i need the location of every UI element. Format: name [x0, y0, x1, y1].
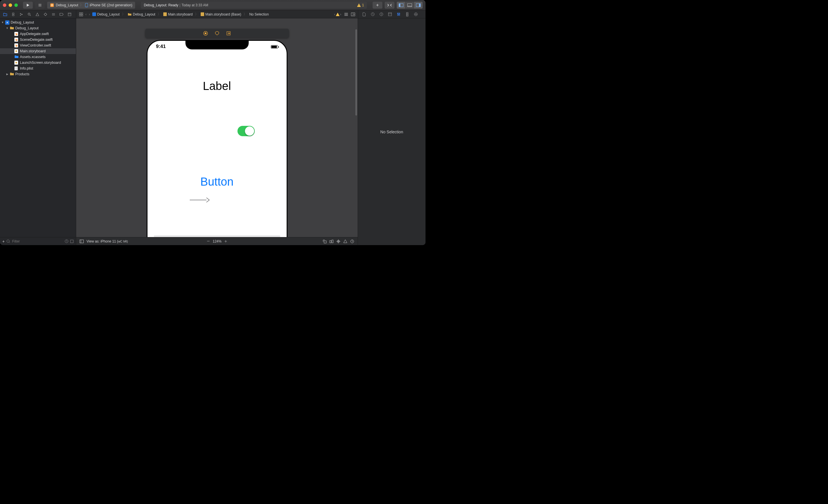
- update-frames-icon[interactable]: [350, 239, 354, 243]
- size-inspector-icon[interactable]: [404, 11, 411, 18]
- project-navigator-icon[interactable]: [2, 11, 9, 18]
- toggle-debug-button[interactable]: [405, 2, 414, 9]
- warning-count[interactable]: 1: [357, 3, 364, 7]
- disclosure-icon[interactable]: ▼: [1, 21, 4, 24]
- recent-icon[interactable]: [65, 239, 69, 243]
- disclosure-icon[interactable]: ▼: [6, 27, 9, 30]
- document-outline-toggle[interactable]: [80, 240, 84, 243]
- project-tree[interactable]: ▼ADebug_Layout▼Debug_LayoutAppDelegate.s…: [0, 18, 76, 237]
- back-button[interactable]: ‹: [85, 12, 87, 16]
- status-project: Debug_Layout:: [144, 3, 167, 7]
- tree-label: Main.storyboard: [20, 49, 46, 53]
- toggle-inspector-button[interactable]: [414, 2, 423, 9]
- titlebar-right: +: [373, 2, 423, 9]
- close-window-button[interactable]: [3, 3, 6, 7]
- issues-jump[interactable]: ‹ ›: [334, 12, 341, 16]
- initial-view-controller-arrow[interactable]: [190, 196, 210, 203]
- zoom-in-button[interactable]: +: [224, 239, 227, 244]
- device-preview[interactable]: 9:41 Label Button: [147, 40, 288, 237]
- test-navigator-icon[interactable]: [42, 11, 49, 18]
- embed-in-icon[interactable]: [323, 239, 327, 243]
- canvas[interactable]: 9:41 Label Button: [76, 18, 358, 237]
- filter-input[interactable]: [12, 239, 63, 243]
- tree-label: Debug_Layout: [11, 20, 34, 25]
- history-inspector-icon[interactable]: [369, 11, 376, 18]
- zoom-window-button[interactable]: [14, 3, 18, 7]
- chevron-right-icon: 〉: [80, 3, 83, 7]
- svg-point-17: [28, 13, 30, 15]
- svg-rect-76: [332, 240, 333, 243]
- breadcrumb-project[interactable]: Debug_Layout: [92, 12, 120, 16]
- symbol-navigator-icon[interactable]: [18, 11, 25, 18]
- stop-button[interactable]: [35, 2, 45, 9]
- vertical-scrollbar[interactable]: [355, 29, 357, 116]
- filter-scope-icon[interactable]: [6, 239, 10, 243]
- file-inspector-icon[interactable]: [361, 11, 367, 18]
- scheme-selector[interactable]: Debug_Layout 〉 iPhone SE (2nd generation…: [47, 2, 135, 9]
- attributes-inspector-icon[interactable]: [395, 11, 402, 18]
- ui-label[interactable]: Label: [148, 80, 287, 93]
- tree-row[interactable]: ▶Products: [0, 71, 76, 77]
- titlebar: Debug_Layout 〉 iPhone SE (2nd generation…: [0, 0, 425, 10]
- add-editor-icon[interactable]: [351, 13, 355, 16]
- jump-bar: ‹ › Debug_Layout 〉 Debug_Layout 〉 Main.s…: [0, 10, 425, 18]
- tree-row[interactable]: ▼Debug_Layout: [0, 25, 76, 31]
- first-responder-icon[interactable]: [214, 31, 220, 36]
- svg-rect-25: [81, 13, 83, 14]
- pin-icon[interactable]: [336, 239, 340, 243]
- ui-switch[interactable]: [238, 126, 255, 136]
- tree-label: Products: [15, 72, 29, 76]
- breadcrumb-storyboard[interactable]: Main.storyboard: [163, 12, 193, 16]
- zoom-out-button[interactable]: −: [207, 238, 210, 244]
- tree-row[interactable]: Info.plist: [0, 65, 76, 71]
- svg-rect-69: [205, 33, 206, 34]
- tree-row[interactable]: ▼ADebug_Layout: [0, 19, 76, 25]
- inspector-selector: ?: [358, 10, 425, 18]
- editor-options-icon[interactable]: [344, 13, 348, 16]
- view-controller-icon[interactable]: [203, 31, 208, 36]
- tree-row[interactable]: Main.storyboard: [0, 48, 76, 54]
- align-icon[interactable]: [329, 239, 333, 243]
- svg-rect-7: [399, 3, 400, 7]
- view-as-label[interactable]: View as: iPhone 11 (wC hR): [87, 239, 128, 243]
- tree-row[interactable]: ViewController.swift: [0, 43, 76, 48]
- scm-filter-icon[interactable]: [70, 240, 74, 243]
- breadcrumb-storyboard-base[interactable]: Main.storyboard (Base): [201, 12, 241, 16]
- run-button[interactable]: [23, 2, 33, 9]
- debug-navigator-icon[interactable]: [50, 11, 57, 18]
- code-review-button[interactable]: [385, 2, 395, 9]
- tree-row[interactable]: LaunchScreen.storyboard: [0, 60, 76, 65]
- inspector-panel: No Selection: [358, 18, 425, 245]
- identity-inspector-icon[interactable]: [386, 11, 393, 18]
- activity-viewer[interactable]: Debug_Layout: Ready | Today at 3:33 AM 1: [141, 2, 367, 9]
- toggle-navigator-button[interactable]: [397, 2, 405, 9]
- tree-label: Info.plist: [20, 66, 33, 71]
- related-items-icon[interactable]: [79, 12, 83, 16]
- connections-inspector-icon[interactable]: [412, 11, 419, 18]
- resolve-issues-icon[interactable]: [343, 239, 347, 243]
- editor: 9:41 Label Button View as: iP: [76, 18, 358, 245]
- breakpoint-navigator-icon[interactable]: [58, 11, 65, 18]
- issue-navigator-icon[interactable]: [34, 11, 41, 18]
- disclosure-icon[interactable]: ▶: [6, 73, 9, 76]
- breadcrumb-folder[interactable]: Debug_Layout: [128, 12, 155, 16]
- forward-button[interactable]: ›: [89, 12, 90, 16]
- source-control-navigator-icon[interactable]: [10, 11, 17, 18]
- minimize-window-button[interactable]: [9, 3, 12, 7]
- horizontal-scrollbar[interactable]: [154, 235, 280, 237]
- zoom-level[interactable]: 124%: [213, 239, 222, 243]
- tree-row[interactable]: Assets.xcassets: [0, 54, 76, 60]
- help-inspector-icon[interactable]: ?: [378, 11, 385, 18]
- status-time: Today at 3:33 AM: [181, 3, 208, 7]
- ui-button[interactable]: Button: [148, 175, 287, 188]
- report-navigator-icon[interactable]: [66, 11, 73, 18]
- library-button[interactable]: +: [373, 2, 382, 9]
- breadcrumb-selection[interactable]: No Selection: [249, 12, 269, 16]
- tree-row[interactable]: SceneDelegate.swift: [0, 37, 76, 43]
- add-icon[interactable]: +: [2, 239, 5, 244]
- find-navigator-icon[interactable]: [26, 11, 33, 18]
- tree-label: LaunchScreen.storyboard: [20, 61, 61, 65]
- tree-row[interactable]: AppDelegate.swift: [0, 31, 76, 37]
- exit-icon[interactable]: [226, 31, 231, 36]
- svg-rect-22: [68, 13, 71, 16]
